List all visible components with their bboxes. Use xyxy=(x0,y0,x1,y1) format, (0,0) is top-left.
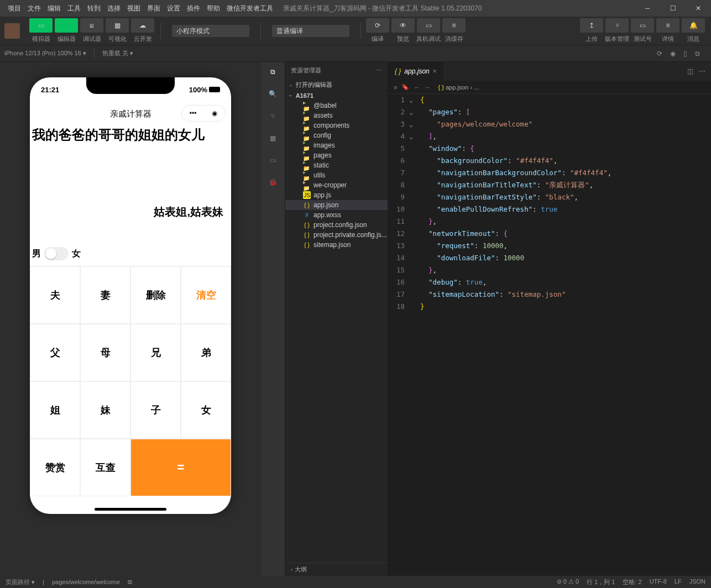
ext1-icon[interactable]: ▦ xyxy=(266,132,280,145)
tree-static[interactable]: ▸ 📁static xyxy=(285,160,388,170)
explorer-more-icon[interactable]: ⋯ xyxy=(376,67,382,74)
menu-转到[interactable]: 转到 xyxy=(84,4,104,13)
nav-fwd-icon[interactable]: → xyxy=(424,84,430,91)
tree-sitemap.json[interactable]: { }sitemap.json xyxy=(285,240,388,250)
more-icon[interactable]: ⋯ xyxy=(699,67,705,75)
eol[interactable]: LF xyxy=(675,578,682,586)
copy-icon[interactable]: ⧉ xyxy=(128,579,132,586)
search-icon[interactable]: 🔍 xyxy=(266,87,280,101)
tree-utils[interactable]: ▸ 📁utils xyxy=(285,170,388,180)
code-editor[interactable]: 123456789101112131415161718 ⌄⌄⌄⌄ { "page… xyxy=(388,94,711,576)
tree-app.wxss[interactable]: #app.wxss xyxy=(285,210,388,220)
section-outline[interactable]: 大纲 xyxy=(285,563,388,576)
key-女[interactable]: 女 xyxy=(181,381,231,439)
tree-project.private.config.js...[interactable]: { }project.private.config.js... xyxy=(285,230,388,240)
key-妹[interactable]: 妹 xyxy=(80,381,130,439)
problems[interactable]: ⊘ 0 ⚠ 0 xyxy=(557,578,579,586)
key-姐[interactable]: 姐 xyxy=(30,381,80,439)
menu-文件[interactable]: 文件 xyxy=(24,4,44,13)
tb-版本管理[interactable]: ⑂ xyxy=(605,18,629,33)
key-清空[interactable]: 清空 xyxy=(181,266,231,324)
json-icon: { } xyxy=(395,67,401,75)
bookmark-icon[interactable]: 🔖 xyxy=(401,83,409,91)
menu-设置[interactable]: 设置 xyxy=(164,4,184,13)
key-母[interactable]: 母 xyxy=(80,324,130,381)
page-path[interactable]: pages/welcome/welcome xyxy=(52,579,120,585)
tb-编辑器[interactable] xyxy=(55,18,78,33)
tree-we-cropper[interactable]: ▸ 📁we-cropper xyxy=(285,180,388,190)
tb-详情[interactable]: ≡ xyxy=(656,18,679,33)
tb-可视化[interactable]: ▦ xyxy=(106,18,129,33)
section-project-root[interactable]: A1671 xyxy=(285,91,388,101)
language-mode[interactable]: JSON xyxy=(689,578,705,586)
key-删除[interactable]: 删除 xyxy=(130,266,181,324)
tb-调试器[interactable]: ⧆ xyxy=(80,18,103,33)
section-open-editors[interactable]: 打开的编辑器 xyxy=(285,79,388,91)
menu-视图[interactable]: 视图 xyxy=(124,4,144,13)
key-兄[interactable]: 兄 xyxy=(130,324,181,381)
tree-config[interactable]: ▸ 📁config xyxy=(285,130,388,140)
tree-assets[interactable]: ▸ 📁assets xyxy=(285,111,388,120)
menu-编辑[interactable]: 编辑 xyxy=(44,4,64,13)
tree-components[interactable]: ▸ 📁components xyxy=(285,120,388,130)
list-icon[interactable]: ≡ xyxy=(394,84,397,91)
key-赞赏[interactable]: 赞赏 xyxy=(30,439,80,496)
split-editor-icon[interactable]: ◫ xyxy=(687,67,693,75)
tree-app.json[interactable]: { }app.json xyxy=(285,200,388,210)
compile-select[interactable]: 普通编译 xyxy=(272,25,349,37)
device-icon[interactable]: ▯ xyxy=(683,50,687,57)
tree-app.js[interactable]: JSapp.js xyxy=(285,190,388,200)
key-父[interactable]: 父 xyxy=(30,324,80,381)
scm-icon[interactable]: ⑂ xyxy=(266,109,280,123)
mode-select[interactable]: 小程序模式 xyxy=(172,25,249,37)
device-selector[interactable]: iPhone 12/13 (Pro) 100% 16 ▾ xyxy=(4,50,86,57)
tb-真机调试[interactable]: ▭ xyxy=(417,18,440,33)
popout-icon[interactable]: ⧉ xyxy=(695,50,700,57)
page-path-label[interactable]: 页面路径 ▾ xyxy=(6,578,35,586)
debug-icon[interactable]: 🐞 xyxy=(266,176,280,189)
tree-pages[interactable]: ▸ 📁pages xyxy=(285,150,388,160)
encoding[interactable]: UTF-8 xyxy=(650,578,667,586)
menu-界面[interactable]: 界面 xyxy=(144,4,164,13)
tb-预览[interactable]: 👁 xyxy=(391,18,415,33)
menu-项目[interactable]: 项目 xyxy=(4,4,24,13)
ext2-icon[interactable]: ▭ xyxy=(266,154,280,167)
close-icon[interactable]: × xyxy=(433,67,437,75)
key-弟[interactable]: 弟 xyxy=(181,324,231,381)
hot-reload-toggle[interactable]: 热重载 关 ▾ xyxy=(102,49,133,57)
refresh-icon[interactable]: ⟳ xyxy=(657,50,662,57)
explorer-icon[interactable]: ⧉ xyxy=(266,65,280,78)
cursor-position[interactable]: 行 1，列 1 xyxy=(587,578,615,586)
menu-微信开发者工具[interactable]: 微信开发者工具 xyxy=(223,4,276,13)
nav-back-icon[interactable]: ← xyxy=(414,84,420,91)
menu-选择[interactable]: 选择 xyxy=(104,4,124,13)
avatar[interactable] xyxy=(4,23,20,39)
menu-帮助[interactable]: 帮助 xyxy=(203,4,223,13)
maximize-button[interactable]: ☐ xyxy=(660,0,686,17)
record-icon[interactable]: ◉ xyxy=(670,50,676,57)
minimize-button[interactable]: ─ xyxy=(635,0,660,17)
key-妻[interactable]: 妻 xyxy=(80,266,130,324)
indent[interactable]: 空格: 2 xyxy=(623,578,641,586)
tree-images[interactable]: ▸ 📁images xyxy=(285,140,388,150)
tree-project.config.json[interactable]: { }project.config.json xyxy=(285,220,388,230)
gender-switch[interactable] xyxy=(44,247,69,260)
key-子[interactable]: 子 xyxy=(130,381,181,439)
key-夫[interactable]: 夫 xyxy=(30,266,80,324)
tree-@babel[interactable]: ▸ 📁@babel xyxy=(285,101,388,111)
menu-工具[interactable]: 工具 xyxy=(64,4,84,13)
key-=[interactable]: = xyxy=(130,439,231,496)
activity-bar: ⧉ 🔍 ⑂ ▦ ▭ 🐞 xyxy=(261,62,285,576)
menu-插件[interactable]: 插件 xyxy=(184,4,203,13)
tb-模拟器[interactable]: ▭ xyxy=(29,18,53,33)
tab-app-json[interactable]: { } app.json × xyxy=(388,62,444,81)
key-互查[interactable]: 互查 xyxy=(80,439,130,496)
tb-测试号[interactable]: ▭ xyxy=(631,18,654,33)
tb-消息[interactable]: 🔔 xyxy=(682,18,705,33)
tb-上传[interactable]: ↥ xyxy=(580,18,603,33)
tb-清缓存[interactable]: ≡ xyxy=(442,18,466,33)
close-button[interactable]: ✕ xyxy=(686,0,711,17)
tb-云开发[interactable]: ☁ xyxy=(131,18,154,33)
tb-编译[interactable]: ⟳ xyxy=(366,18,389,33)
capsule-menu[interactable]: •••◉ xyxy=(181,105,226,122)
